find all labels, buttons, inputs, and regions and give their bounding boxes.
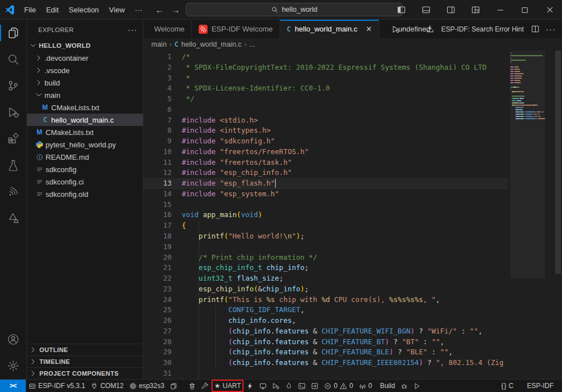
activity-settings[interactable] xyxy=(0,353,26,379)
menu-file[interactable]: File xyxy=(19,0,41,20)
section-outline[interactable]: OUTLINE xyxy=(27,344,143,355)
tab-hello_world_main.c[interactable]: Chello_world_main.c✕ xyxy=(280,20,379,38)
code-line-12: 12#include "esp_chip_info.h" xyxy=(143,168,508,178)
status-language-mode[interactable]: { }C xyxy=(498,380,516,392)
status-menuconfig[interactable] xyxy=(180,380,186,392)
layout-custom-icon[interactable] xyxy=(463,0,488,20)
status-problems[interactable]: 00 xyxy=(321,380,356,392)
status-espidf-version[interactable]: ESP-IDF v5.3.1 xyxy=(26,380,88,392)
line-number: 22 xyxy=(143,273,172,284)
file-label: hello_world_main.c xyxy=(51,116,114,124)
nav-forward-icon[interactable]: → xyxy=(172,5,180,15)
menu-edit[interactable]: Edit xyxy=(41,0,64,20)
vscode-window: FileEditSelectionView··· ← → hello_world… xyxy=(0,0,562,392)
activity-explorer[interactable] xyxy=(0,20,26,46)
status-custom-task[interactable] xyxy=(199,380,212,392)
menu-[interactable]: ··· xyxy=(130,0,147,20)
folder-.devcontainer[interactable]: .devcontainer xyxy=(27,52,143,64)
status-serial-port[interactable]: COM12 xyxy=(88,380,126,392)
breadcrumb-segment[interactable]: main xyxy=(151,40,167,48)
activity-esp-idf-explorer[interactable] xyxy=(0,205,26,231)
activity-search[interactable] xyxy=(0,46,26,73)
explorer-more-actions-icon[interactable]: ··· xyxy=(128,25,137,34)
antenna-status-icon xyxy=(359,382,366,390)
file-sdkconfig.ci[interactable]: sdkconfig.ci xyxy=(27,175,143,188)
status-erase-flash[interactable] xyxy=(282,380,295,392)
section-timeline[interactable]: TIMELINE xyxy=(27,355,143,367)
split-editor-button[interactable] xyxy=(528,22,542,36)
breadcrumb-segment[interactable]: hello_world_main.c xyxy=(181,40,241,48)
tree-root-hello_world[interactable]: HELLO_WORLD xyxy=(27,39,143,52)
layout-right-icon[interactable] xyxy=(438,0,463,20)
code-line-1: 1/* xyxy=(143,52,508,62)
status-open-serial[interactable] xyxy=(308,380,321,392)
status-remote[interactable]: >< xyxy=(0,380,26,392)
status-ports[interactable]: 0 xyxy=(356,380,375,392)
status-device-target[interactable]: esp32s3 xyxy=(127,380,167,392)
breadcrumb-segment[interactable]: ... xyxy=(249,40,255,48)
activity-esp-idf[interactable] xyxy=(0,178,26,205)
minimize-icon[interactable] xyxy=(488,0,512,20)
folder-.vscode[interactable]: .vscode xyxy=(27,64,143,76)
tab-esp-idf-welcome[interactable]: ESP-IDF Welcome xyxy=(192,20,280,38)
chevron-right-icon xyxy=(35,66,43,74)
close-tab-icon[interactable]: ✕ xyxy=(366,25,372,33)
install-button[interactable] xyxy=(423,22,437,36)
folder-main[interactable]: main xyxy=(27,89,143,101)
file-CMakeLists.txt[interactable]: MCMakeLists.txt xyxy=(27,126,143,138)
editor-settings-button[interactable]: undefined xyxy=(407,22,421,36)
file-pytest_hello_world.py[interactable]: pytest_hello_world.py xyxy=(27,138,143,151)
status-monitor-method-uart[interactable]: ★UART xyxy=(212,380,244,392)
maximize-icon[interactable] xyxy=(512,0,537,20)
window-controls xyxy=(389,0,562,20)
espidf-search-error-hint-button[interactable]: ESP-IDF: Search Error Hint xyxy=(439,25,526,33)
file-label: .devcontainer xyxy=(44,54,88,62)
minimap-slider[interactable] xyxy=(510,51,545,278)
line-number: 2 xyxy=(143,62,172,73)
editor-actions: undefinedESP-IDF: Search Error Hint··· xyxy=(392,20,562,38)
editor-scrollbar[interactable] xyxy=(554,51,562,379)
breadcrumb[interactable]: main›Chello_world_main.c›... xyxy=(143,38,562,51)
status-full-clean[interactable] xyxy=(186,380,199,392)
folder-build[interactable]: build xyxy=(27,76,143,89)
status-run-app[interactable] xyxy=(411,380,424,392)
layout-left-icon[interactable] xyxy=(389,0,413,20)
file-label: CMakeLists.txt xyxy=(51,103,99,112)
code-line-11: 11#include "freertos/task.h" xyxy=(143,157,508,168)
code-editor[interactable]: 1/*2 * SPDX-FileCopyrightText: 2010-2022… xyxy=(143,51,562,379)
file-README.md[interactable]: README.md xyxy=(27,151,143,163)
code-line-6: 6 xyxy=(143,105,508,115)
tab-welcome[interactable]: Welcome xyxy=(143,20,192,38)
section-project-components[interactable]: PROJECT COMPONENTS xyxy=(27,367,143,379)
line-number: 7 xyxy=(143,115,172,126)
file-hello_world_main.c[interactable]: Chello_world_main.c xyxy=(27,114,143,126)
close-icon[interactable] xyxy=(537,0,562,20)
status-extension-name[interactable]: ESP-IDF xyxy=(524,380,556,392)
status-flash-method[interactable] xyxy=(167,380,180,392)
file-sdkconfig.old[interactable]: sdkconfig.old xyxy=(27,188,143,200)
activity-extensions[interactable] xyxy=(0,125,26,152)
activity-source-control[interactable] xyxy=(0,73,26,99)
menu-view[interactable]: View xyxy=(104,0,130,20)
nav-back-icon[interactable]: ← xyxy=(155,5,164,15)
status-debug-alt[interactable] xyxy=(398,380,411,392)
layout-bottom-icon[interactable] xyxy=(413,0,438,20)
line-number: 18 xyxy=(143,231,172,242)
activity-testing[interactable] xyxy=(0,152,26,178)
status-debug-device[interactable] xyxy=(269,380,282,392)
python-file-icon xyxy=(35,141,44,148)
c-file-icon: C xyxy=(41,116,50,124)
more-actions-button[interactable]: ··· xyxy=(544,22,557,36)
file-CMakeLists.txt[interactable]: MCMakeLists.txt xyxy=(27,101,143,114)
menu-selection[interactable]: Selection xyxy=(64,0,104,20)
status-flash-device[interactable] xyxy=(244,380,257,392)
activity-accounts[interactable] xyxy=(0,326,26,353)
code-line-3: 3 * xyxy=(143,73,508,84)
activity-run-and-debug[interactable] xyxy=(0,99,26,125)
file-sdkconfig[interactable]: sdkconfig xyxy=(27,163,143,175)
line-number: 25 xyxy=(143,305,172,316)
status-terminal[interactable] xyxy=(295,380,308,392)
status-monitor-device[interactable] xyxy=(257,380,269,392)
status-build[interactable]: Build xyxy=(375,380,398,392)
command-center-search[interactable]: hello_world xyxy=(186,3,403,16)
